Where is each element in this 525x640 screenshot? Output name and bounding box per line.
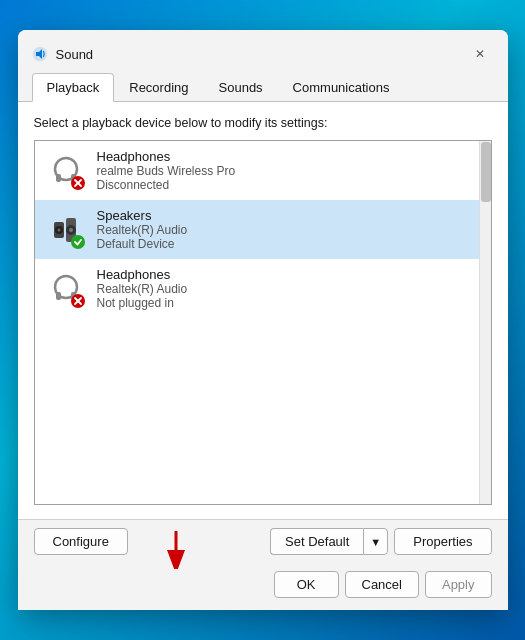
svg-point-12 [69,228,73,232]
tab-sounds[interactable]: Sounds [204,73,278,102]
device-icon-wrap-1 [45,150,87,192]
tab-bar: Playback Recording Sounds Communications [18,72,508,102]
device-icon-wrap-3 [45,268,87,310]
device-sub2-1: Disconnected [97,178,236,192]
scrollbar-thumb[interactable] [481,142,491,202]
footer-bar: OK Cancel Apply [18,563,508,610]
status-badge-disconnected-1 [71,176,85,190]
device-info-3: Headphones Realtek(R) Audio Not plugged … [97,267,188,310]
device-info-1: Headphones realme Buds Wireless Pro Disc… [97,149,236,192]
content-area: Select a playback device below to modify… [18,102,508,519]
device-item-headphones-2[interactable]: Headphones Realtek(R) Audio Not plugged … [35,259,491,318]
device-icon-wrap-2 [45,209,87,251]
set-default-wrap: Set Default ▼ [270,528,388,555]
sound-dialog: Sound ✕ Playback Recording Sounds Commun… [18,30,508,610]
device-sub1-3: Realtek(R) Audio [97,282,188,296]
tab-playback[interactable]: Playback [32,73,115,102]
svg-rect-14 [56,292,61,300]
window-title: Sound [56,47,94,62]
title-bar-left: Sound [32,46,94,62]
device-list[interactable]: Headphones realme Buds Wireless Pro Disc… [34,140,492,505]
tab-communications[interactable]: Communications [278,73,405,102]
cancel-button[interactable]: Cancel [345,571,419,598]
device-item-headphones-1[interactable]: Headphones realme Buds Wireless Pro Disc… [35,141,491,200]
device-sub2-2: Default Device [97,237,188,251]
title-bar: Sound ✕ [18,30,508,68]
tab-recording[interactable]: Recording [114,73,203,102]
device-sub1-1: realme Buds Wireless Pro [97,164,236,178]
set-default-dropdown[interactable]: ▼ [363,528,388,555]
close-button[interactable]: ✕ [466,40,494,68]
sound-icon [32,46,48,62]
status-badge-disconnected-2 [71,294,85,308]
instruction-text: Select a playback device below to modify… [34,116,492,130]
status-badge-default [71,235,85,249]
apply-button[interactable]: Apply [425,571,492,598]
ok-button[interactable]: OK [274,571,339,598]
device-item-speakers[interactable]: Speakers Realtek(R) Audio Default Device [35,200,491,259]
device-name-1: Headphones [97,149,236,164]
configure-button[interactable]: Configure [34,528,128,555]
device-sub1-2: Realtek(R) Audio [97,223,188,237]
svg-rect-3 [56,174,61,182]
device-sub2-3: Not plugged in [97,296,188,310]
scrollbar-track[interactable] [479,141,491,504]
action-bar: Configure Set Default ▼ Properties [18,519,508,563]
device-name-3: Headphones [97,267,188,282]
svg-point-9 [57,228,60,231]
device-info-2: Speakers Realtek(R) Audio Default Device [97,208,188,251]
properties-button[interactable]: Properties [394,528,491,555]
set-default-button[interactable]: Set Default [270,528,363,555]
device-name-2: Speakers [97,208,188,223]
